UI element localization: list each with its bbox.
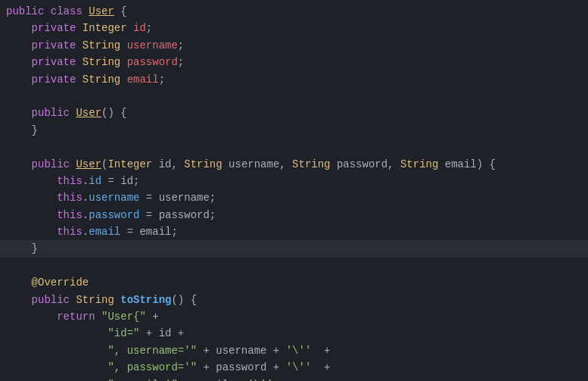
indent [6, 240, 32, 257]
indent [6, 54, 32, 70]
indent [6, 274, 32, 291]
field-password: password [127, 54, 178, 70]
string-quote2: '\'' [286, 359, 312, 376]
paren-open: ( [101, 156, 107, 173]
code-editor: public class User { private Integer id; … [0, 0, 588, 381]
param-username: username, [229, 156, 292, 173]
keyword-private: private [32, 71, 82, 88]
constructor-user-params: User [76, 156, 101, 173]
this-keyword: this [57, 173, 82, 189]
dot: . [82, 189, 89, 206]
constructor-user: User [76, 105, 101, 121]
brace-close: } [32, 240, 38, 257]
code-line-21: ", username='" + username + '\'' + [0, 342, 588, 359]
semicolon: ; [159, 71, 165, 88]
code-line-7: public User() { [0, 105, 588, 121]
keyword-private: private [32, 20, 82, 36]
type-string3: String [400, 156, 445, 173]
keyword-public: public [32, 156, 76, 173]
string-quote3: '\'' [247, 376, 273, 381]
string-quote1: '\'' [286, 342, 312, 359]
type-string1: String [184, 156, 229, 173]
class-user: User [89, 3, 114, 20]
code-line-3: private String username; [0, 37, 588, 54]
brace-close: } [32, 122, 38, 139]
parens: () { [101, 105, 127, 121]
concat-op: + [152, 308, 158, 325]
type-integer: Integer [82, 20, 133, 36]
keyword-class: class [51, 3, 89, 20]
keyword-public: public [32, 292, 76, 308]
indent [6, 207, 57, 223]
string-password: ", password='" [107, 359, 203, 376]
this-keyword: this [57, 223, 82, 240]
assign-id: = id; [101, 173, 139, 189]
indent [6, 105, 32, 121]
field-ref-email: email [89, 223, 120, 240]
indent-long [6, 359, 107, 376]
code-line-19: return "User{" + [0, 308, 588, 325]
assign-username: = username; [139, 189, 216, 206]
indent [6, 156, 32, 173]
code-line-5: private String email; [0, 71, 588, 88]
indent [6, 71, 32, 88]
dot: . [82, 223, 89, 240]
indent-long [6, 325, 107, 342]
concat-op1: + username + [203, 342, 285, 359]
code-line-8: } [0, 122, 588, 139]
assign-email: = email; [120, 223, 178, 240]
this-keyword: this [57, 207, 82, 223]
code-line-6 [0, 88, 588, 105]
code-line-9 [0, 139, 588, 155]
keyword-return: return [57, 308, 101, 325]
string-username: ", username='" [107, 342, 203, 359]
this-keyword: this [57, 189, 82, 206]
code-line-18: public String toString() { [0, 292, 588, 308]
concat-end3: + [273, 376, 292, 381]
code-line-11: this.id = id; [0, 173, 588, 189]
field-ref-id: id [89, 173, 101, 189]
indent [6, 173, 57, 189]
indent [6, 37, 32, 54]
type-string2: String [292, 156, 337, 173]
type-string: String [82, 54, 127, 70]
param-email: email) { [445, 156, 496, 173]
field-username: username [127, 37, 178, 54]
code-line-13: this.password = password; [0, 207, 588, 223]
string-email: ", email='" [107, 376, 184, 381]
type-string-ret: String [76, 292, 120, 308]
indent [6, 223, 57, 240]
field-id: id [133, 20, 146, 36]
concat-end1: + [311, 342, 330, 359]
concat-end2: + [311, 359, 330, 376]
code-line-12: this.username = username; [0, 189, 588, 206]
indent [6, 20, 32, 36]
code-line-2: private Integer id; [0, 20, 588, 36]
indent [6, 189, 57, 206]
indent [6, 122, 32, 139]
semicolon: ; [178, 37, 184, 54]
method-tostring: toString [120, 292, 171, 308]
indent-long [6, 342, 107, 359]
semicolon: ; [146, 20, 152, 36]
param-password: password, [337, 156, 400, 173]
assign-password: = password; [139, 207, 216, 223]
code-line-1: public class User { [0, 3, 588, 20]
param-id: id, [159, 156, 185, 173]
code-line-10: public User(Integer id, String username,… [0, 156, 588, 173]
code-line-23: ", email='" + email + '\'' + [0, 376, 588, 381]
string-user: "User{" [101, 308, 152, 325]
keyword-private: private [32, 54, 82, 70]
concat-op: + id + [146, 325, 184, 342]
code-line-17: @Override [0, 274, 588, 291]
code-line-16 [0, 258, 588, 274]
keyword-public: public [6, 3, 51, 20]
type-string: String [82, 71, 127, 88]
string-id: "id=" [107, 325, 145, 342]
annotation-override: @Override [32, 274, 89, 291]
concat-op2: + password + [203, 359, 285, 376]
dot: . [82, 173, 89, 189]
code-line-4: private String password; [0, 54, 588, 70]
semicolon: ; [178, 54, 184, 70]
brace-open: { [114, 3, 127, 20]
